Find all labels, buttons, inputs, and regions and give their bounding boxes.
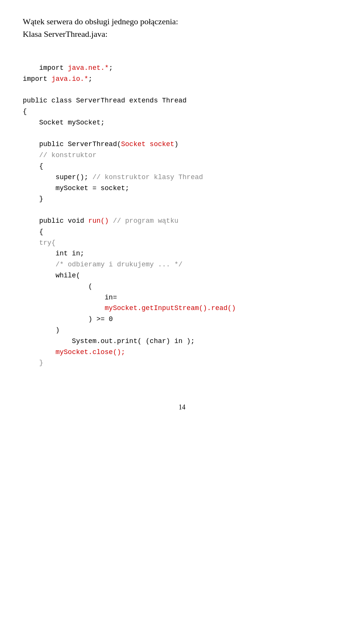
print-call: System.out.print( (char) in ); (23, 337, 195, 345)
comment-receive: /* odbieramy i drukujemy ... */ (23, 261, 182, 268)
try-close: } (23, 359, 43, 367)
class-decl: public class ServerThread extends Thread (23, 97, 187, 104)
socket-assign: mySocket = socket; (23, 184, 129, 192)
heading-line2: Klasa ServerThread.java: (23, 29, 108, 39)
in-assign: in= (23, 294, 117, 301)
field-decl: Socket mySocket; (23, 119, 105, 126)
constructor-close: } (23, 195, 43, 203)
page-content: Wątek serwera do obsługi jednego połącze… (23, 15, 341, 413)
heading-line1: Wątek serwera do obsługi jednego połącze… (23, 17, 178, 26)
import1: import java.net.*; (39, 64, 113, 72)
page-number: 14 (23, 402, 341, 413)
while-paren: ( (23, 283, 93, 290)
while-condition: ) >= 0 (23, 315, 113, 323)
get-input-stream: mySocket.getInputStream().read() (23, 304, 236, 312)
code-block: import java.net.*; import java.io.*; pub… (23, 52, 341, 379)
import2: import java.io.*; (23, 75, 93, 83)
int-decl: int in; (23, 250, 84, 257)
page-heading: Wątek serwera do obsługi jednego połącze… (23, 15, 341, 40)
constructor-open: { (23, 162, 43, 170)
constructor-decl: public ServerThread(Socket socket) (23, 140, 179, 148)
while-open: while( (23, 272, 80, 279)
run-method-decl: public void run() // program wątku (23, 217, 178, 225)
try-open: try{ (23, 239, 55, 247)
while-close-paren: ) (23, 326, 60, 334)
close-call: mySocket.close(); (23, 348, 125, 356)
open-brace-class: { (23, 108, 27, 115)
constructor-comment: // konstruktor (23, 151, 96, 159)
super-call: super(); // konstruktor klasy Thread (23, 173, 203, 181)
run-open: { (23, 228, 43, 236)
